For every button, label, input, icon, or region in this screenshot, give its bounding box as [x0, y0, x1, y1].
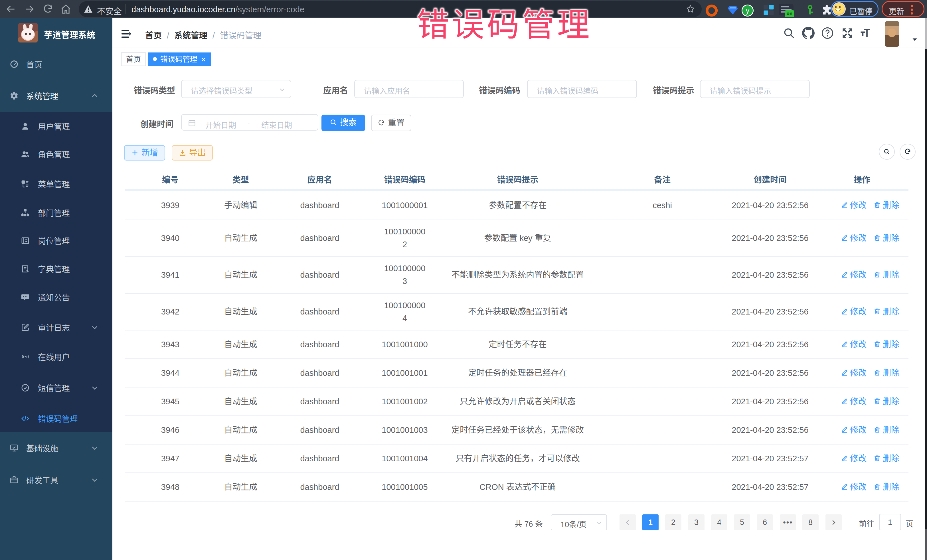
svg-text:y: y — [746, 6, 749, 15]
